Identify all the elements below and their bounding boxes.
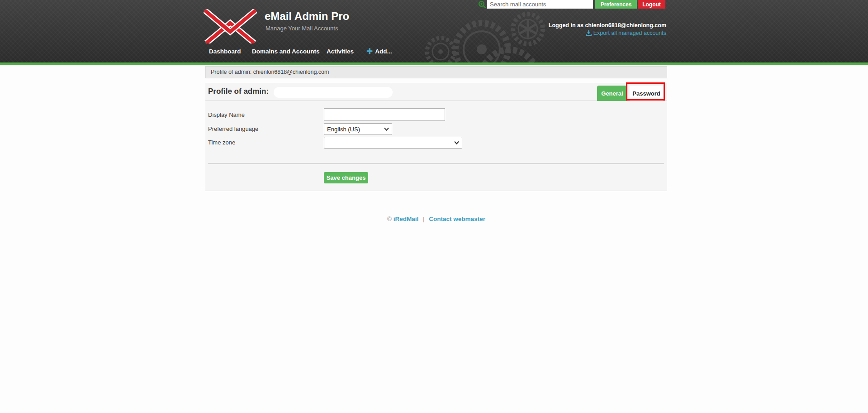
timezone-select-wrap — [324, 137, 462, 149]
form-divider — [208, 163, 664, 164]
nav-dashboard[interactable]: Dashboard — [209, 48, 241, 55]
logged-in-status: Logged in as chienlon6818@chienlong.com — [549, 22, 666, 29]
language-select[interactable]: English (US) — [324, 123, 392, 135]
tab-password[interactable]: Password — [630, 86, 663, 101]
export-accounts-label: Export all managed accounts — [593, 30, 666, 36]
profile-card: Profile of admin: General Password Displ… — [205, 83, 667, 191]
header: Preferences Logout eMail Admin Pro Manag… — [0, 0, 868, 62]
display-name-input[interactable] — [324, 108, 445, 121]
app-logo-envelope — [204, 9, 257, 43]
page: Preferences Logout eMail Admin Pro Manag… — [0, 0, 868, 413]
iredmail-link[interactable]: iRedMail — [394, 216, 419, 222]
header-accent-line — [0, 62, 868, 65]
plus-icon: ✚ — [366, 48, 373, 54]
app-title: eMail Admin Pro — [265, 10, 349, 23]
timezone-select[interactable] — [324, 137, 462, 149]
tab-general[interactable]: General — [597, 86, 627, 101]
save-changes-button[interactable]: Save changes — [324, 172, 368, 183]
export-accounts-link[interactable]: Export all managed accounts — [586, 30, 666, 36]
footer: © iRedMail | Contact webmaster — [205, 216, 667, 222]
nav-activities[interactable]: Activities — [327, 48, 354, 55]
nav-domains-accounts[interactable]: Domains and Accounts — [252, 48, 320, 55]
copyright-symbol: © — [387, 216, 392, 222]
preferred-language-label: Preferred language — [208, 125, 258, 132]
contact-webmaster-link[interactable]: Contact webmaster — [429, 216, 485, 222]
logout-button[interactable]: Logout — [638, 0, 665, 9]
page-title: Profile of admin: — [208, 87, 269, 96]
download-icon — [586, 30, 592, 36]
time-zone-label: Time zone — [208, 139, 235, 146]
search-input[interactable] — [487, 0, 593, 9]
nav-add[interactable]: ✚ Add... — [366, 48, 392, 55]
search-zoom-icon[interactable] — [478, 0, 486, 9]
display-name-label: Display Name — [208, 111, 245, 118]
language-select-wrap: English (US) — [324, 123, 392, 135]
preferences-button[interactable]: Preferences — [595, 0, 637, 9]
gears-decoration — [421, 5, 561, 62]
breadcrumb: Profile of admin: chienlon6818@chienlong… — [205, 66, 667, 78]
app-subtitle: Manage Your Mail Accounts — [266, 25, 338, 32]
nav-add-label: Add... — [375, 48, 392, 55]
footer-separator: | — [423, 216, 425, 222]
redacted-email — [274, 87, 393, 98]
